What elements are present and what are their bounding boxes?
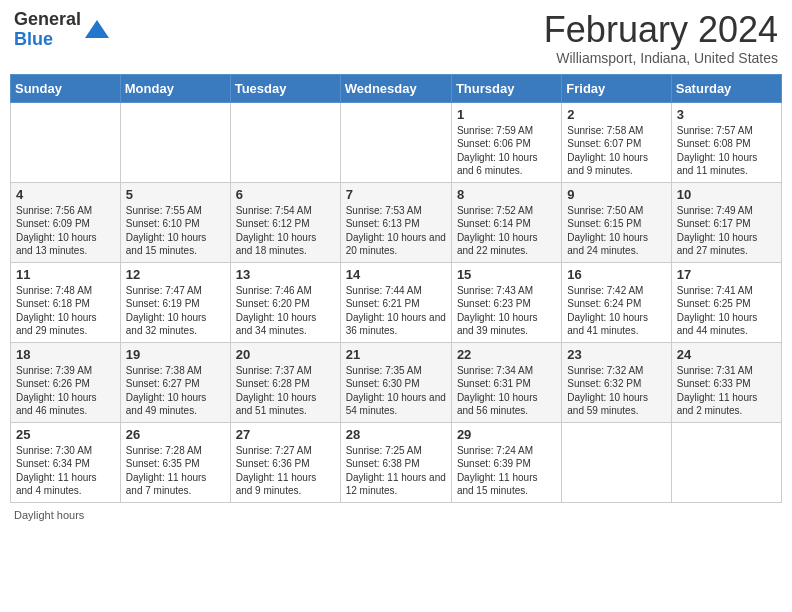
calendar-week-row: 4Sunrise: 7:56 AM Sunset: 6:09 PM Daylig… [11, 182, 782, 262]
calendar-cell [120, 102, 230, 182]
day-number: 26 [126, 427, 225, 442]
calendar-week-row: 1Sunrise: 7:59 AM Sunset: 6:06 PM Daylig… [11, 102, 782, 182]
day-info: Sunrise: 7:57 AM Sunset: 6:08 PM Dayligh… [677, 124, 776, 178]
day-number: 2 [567, 107, 665, 122]
day-number: 16 [567, 267, 665, 282]
calendar-cell: 27Sunrise: 7:27 AM Sunset: 6:36 PM Dayli… [230, 422, 340, 502]
calendar-cell: 28Sunrise: 7:25 AM Sunset: 6:38 PM Dayli… [340, 422, 451, 502]
calendar-cell: 9Sunrise: 7:50 AM Sunset: 6:15 PM Daylig… [562, 182, 671, 262]
day-number: 22 [457, 347, 556, 362]
day-number: 23 [567, 347, 665, 362]
day-info: Sunrise: 7:52 AM Sunset: 6:14 PM Dayligh… [457, 204, 556, 258]
calendar-cell: 2Sunrise: 7:58 AM Sunset: 6:07 PM Daylig… [562, 102, 671, 182]
day-info: Sunrise: 7:56 AM Sunset: 6:09 PM Dayligh… [16, 204, 115, 258]
day-number: 11 [16, 267, 115, 282]
calendar-cell: 15Sunrise: 7:43 AM Sunset: 6:23 PM Dayli… [451, 262, 561, 342]
column-header-sunday: Sunday [11, 74, 121, 102]
logo-blue-text: Blue [14, 30, 81, 50]
calendar-cell: 22Sunrise: 7:34 AM Sunset: 6:31 PM Dayli… [451, 342, 561, 422]
day-info: Sunrise: 7:53 AM Sunset: 6:13 PM Dayligh… [346, 204, 446, 258]
calendar-cell: 17Sunrise: 7:41 AM Sunset: 6:25 PM Dayli… [671, 262, 781, 342]
day-info: Sunrise: 7:59 AM Sunset: 6:06 PM Dayligh… [457, 124, 556, 178]
day-number: 17 [677, 267, 776, 282]
day-info: Sunrise: 7:37 AM Sunset: 6:28 PM Dayligh… [236, 364, 335, 418]
calendar-cell: 25Sunrise: 7:30 AM Sunset: 6:34 PM Dayli… [11, 422, 121, 502]
day-info: Sunrise: 7:31 AM Sunset: 6:33 PM Dayligh… [677, 364, 776, 418]
day-info: Sunrise: 7:28 AM Sunset: 6:35 PM Dayligh… [126, 444, 225, 498]
day-number: 15 [457, 267, 556, 282]
svg-marker-0 [85, 20, 109, 38]
calendar-header-row: SundayMondayTuesdayWednesdayThursdayFrid… [11, 74, 782, 102]
day-info: Sunrise: 7:58 AM Sunset: 6:07 PM Dayligh… [567, 124, 665, 178]
day-number: 6 [236, 187, 335, 202]
calendar-cell [562, 422, 671, 502]
day-number: 10 [677, 187, 776, 202]
calendar-cell: 23Sunrise: 7:32 AM Sunset: 6:32 PM Dayli… [562, 342, 671, 422]
day-info: Sunrise: 7:55 AM Sunset: 6:10 PM Dayligh… [126, 204, 225, 258]
day-info: Sunrise: 7:39 AM Sunset: 6:26 PM Dayligh… [16, 364, 115, 418]
day-number: 4 [16, 187, 115, 202]
day-info: Sunrise: 7:30 AM Sunset: 6:34 PM Dayligh… [16, 444, 115, 498]
day-number: 8 [457, 187, 556, 202]
day-info: Sunrise: 7:24 AM Sunset: 6:39 PM Dayligh… [457, 444, 556, 498]
calendar-cell: 13Sunrise: 7:46 AM Sunset: 6:20 PM Dayli… [230, 262, 340, 342]
day-number: 19 [126, 347, 225, 362]
calendar-cell: 10Sunrise: 7:49 AM Sunset: 6:17 PM Dayli… [671, 182, 781, 262]
calendar-cell: 14Sunrise: 7:44 AM Sunset: 6:21 PM Dayli… [340, 262, 451, 342]
column-header-wednesday: Wednesday [340, 74, 451, 102]
day-info: Sunrise: 7:54 AM Sunset: 6:12 PM Dayligh… [236, 204, 335, 258]
day-info: Sunrise: 7:46 AM Sunset: 6:20 PM Dayligh… [236, 284, 335, 338]
day-info: Sunrise: 7:32 AM Sunset: 6:32 PM Dayligh… [567, 364, 665, 418]
day-info: Sunrise: 7:50 AM Sunset: 6:15 PM Dayligh… [567, 204, 665, 258]
day-number: 3 [677, 107, 776, 122]
day-number: 21 [346, 347, 446, 362]
calendar-cell: 7Sunrise: 7:53 AM Sunset: 6:13 PM Daylig… [340, 182, 451, 262]
day-info: Sunrise: 7:27 AM Sunset: 6:36 PM Dayligh… [236, 444, 335, 498]
calendar-week-row: 11Sunrise: 7:48 AM Sunset: 6:18 PM Dayli… [11, 262, 782, 342]
day-number: 20 [236, 347, 335, 362]
day-number: 13 [236, 267, 335, 282]
calendar-cell: 26Sunrise: 7:28 AM Sunset: 6:35 PM Dayli… [120, 422, 230, 502]
day-info: Sunrise: 7:35 AM Sunset: 6:30 PM Dayligh… [346, 364, 446, 418]
day-number: 25 [16, 427, 115, 442]
calendar-week-row: 18Sunrise: 7:39 AM Sunset: 6:26 PM Dayli… [11, 342, 782, 422]
calendar-cell: 1Sunrise: 7:59 AM Sunset: 6:06 PM Daylig… [451, 102, 561, 182]
calendar-cell: 21Sunrise: 7:35 AM Sunset: 6:30 PM Dayli… [340, 342, 451, 422]
day-number: 5 [126, 187, 225, 202]
day-info: Sunrise: 7:38 AM Sunset: 6:27 PM Dayligh… [126, 364, 225, 418]
calendar-week-row: 25Sunrise: 7:30 AM Sunset: 6:34 PM Dayli… [11, 422, 782, 502]
calendar-cell: 20Sunrise: 7:37 AM Sunset: 6:28 PM Dayli… [230, 342, 340, 422]
calendar-cell [11, 102, 121, 182]
column-header-friday: Friday [562, 74, 671, 102]
calendar-cell: 18Sunrise: 7:39 AM Sunset: 6:26 PM Dayli… [11, 342, 121, 422]
day-info: Sunrise: 7:48 AM Sunset: 6:18 PM Dayligh… [16, 284, 115, 338]
calendar-cell [671, 422, 781, 502]
calendar-cell: 4Sunrise: 7:56 AM Sunset: 6:09 PM Daylig… [11, 182, 121, 262]
logo-general-text: General [14, 10, 81, 30]
day-number: 27 [236, 427, 335, 442]
logo-icon [83, 16, 111, 44]
calendar-cell: 29Sunrise: 7:24 AM Sunset: 6:39 PM Dayli… [451, 422, 561, 502]
daylight-label: Daylight hours [14, 509, 84, 521]
calendar-cell: 12Sunrise: 7:47 AM Sunset: 6:19 PM Dayli… [120, 262, 230, 342]
day-number: 29 [457, 427, 556, 442]
column-header-tuesday: Tuesday [230, 74, 340, 102]
page-header: General Blue February 2024 Williamsport,… [10, 10, 782, 66]
day-info: Sunrise: 7:43 AM Sunset: 6:23 PM Dayligh… [457, 284, 556, 338]
day-number: 9 [567, 187, 665, 202]
day-info: Sunrise: 7:42 AM Sunset: 6:24 PM Dayligh… [567, 284, 665, 338]
day-number: 7 [346, 187, 446, 202]
logo: General Blue [14, 10, 111, 50]
day-number: 24 [677, 347, 776, 362]
day-info: Sunrise: 7:49 AM Sunset: 6:17 PM Dayligh… [677, 204, 776, 258]
day-info: Sunrise: 7:47 AM Sunset: 6:19 PM Dayligh… [126, 284, 225, 338]
title-block: February 2024 Williamsport, Indiana, Uni… [544, 10, 778, 66]
day-number: 12 [126, 267, 225, 282]
day-number: 14 [346, 267, 446, 282]
column-header-monday: Monday [120, 74, 230, 102]
calendar-cell: 5Sunrise: 7:55 AM Sunset: 6:10 PM Daylig… [120, 182, 230, 262]
day-number: 1 [457, 107, 556, 122]
day-info: Sunrise: 7:34 AM Sunset: 6:31 PM Dayligh… [457, 364, 556, 418]
calendar-cell: 6Sunrise: 7:54 AM Sunset: 6:12 PM Daylig… [230, 182, 340, 262]
footer: Daylight hours [10, 509, 782, 521]
